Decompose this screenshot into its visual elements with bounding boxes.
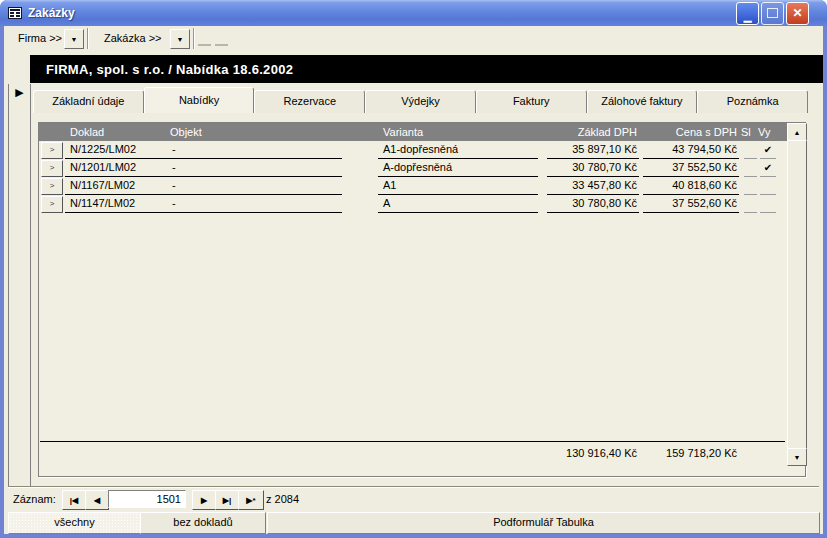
new-record-icon: ▶* <box>246 496 255 505</box>
checkbox-vy[interactable] <box>760 198 776 213</box>
toolbar-separator <box>193 28 195 49</box>
checkbox-sl[interactable] <box>744 180 757 195</box>
row-select-button[interactable]: > <box>41 196 63 213</box>
cell-zaklad-dph[interactable]: 33 457,80 Kč <box>547 177 639 195</box>
total-zaklad-dph: 130 916,40 Kč <box>547 445 639 462</box>
tab-poznamka[interactable]: Poznámka <box>697 90 808 113</box>
checkbox-sl[interactable] <box>744 198 757 213</box>
record-nav-label: Záznam: <box>13 493 56 505</box>
form-header-title: FIRMA, spol. s r.o. / Nabídka 18.6.2002 <box>46 62 293 77</box>
last-record-button[interactable]: ▶| <box>215 490 239 510</box>
record-count-label: z 2084 <box>266 493 299 505</box>
checkbox-vy[interactable]: ✔ <box>760 162 776 177</box>
firma-dropdown-button[interactable]: ▼ <box>64 29 84 49</box>
arrow-up-icon: ▲ <box>794 129 801 136</box>
scroll-down-button[interactable]: ▼ <box>787 448 807 466</box>
toolbar-separator <box>87 28 89 49</box>
cell-zaklad-dph[interactable]: 30 780,80 Kč <box>547 195 639 213</box>
zakazka-dropdown-button[interactable]: ▼ <box>170 29 190 49</box>
record-number-input[interactable] <box>108 490 186 508</box>
scrollbar-thumb[interactable] <box>787 140 807 449</box>
scroll-up-button[interactable]: ▲ <box>787 123 807 141</box>
cell-doklad[interactable]: N/1201/LM02 <box>65 159 168 177</box>
cell-varianta[interactable]: A-dopřesněná <box>378 159 538 177</box>
cell-zaklad-dph[interactable]: 35 897,10 Kč <box>547 141 639 159</box>
cell-cena-s-dph[interactable]: 37 552,60 Kč <box>643 195 739 213</box>
row-select-button[interactable]: > <box>41 178 63 195</box>
cell-cena-s-dph[interactable]: 40 818,60 Kč <box>643 177 739 195</box>
chevron-down-icon: ▼ <box>177 36 184 43</box>
chevron-down-icon: ▼ <box>71 36 78 43</box>
cell-doklad[interactable]: N/1147/LM02 <box>65 195 168 213</box>
checkbox-vy[interactable]: ✔ <box>760 144 776 159</box>
current-record-arrow-icon: ▶ <box>9 87 30 98</box>
form-header-band: FIRMA, spol. s r.o. / Nabídka 18.6.2002 <box>30 55 823 83</box>
title-bar[interactable]: Zakázky ▁ ✕ <box>0 0 827 26</box>
total-cena-s-dph: 159 718,20 Kč <box>643 445 739 462</box>
minimize-button[interactable]: ▁ <box>736 2 759 25</box>
first-record-icon: |◀ <box>70 496 78 505</box>
firma-button[interactable]: Firma >> <box>10 28 70 48</box>
checkbox-sl[interactable] <box>744 144 757 159</box>
table-row: > N/1167/LM02 - A1 33 457,80 Kč 40 818,6… <box>39 177 787 195</box>
cell-cena-s-dph[interactable]: 37 552,50 Kč <box>643 159 739 177</box>
table-header-row: Doklad Objekt Varianta Základ DPH Cena s… <box>39 123 787 141</box>
filter-all-button[interactable]: všechny <box>8 512 141 534</box>
tab-nabidky[interactable]: Nabídky <box>144 87 255 113</box>
application-window: Zakázky ▁ ✕ Firma >> ▼ Zakázka >> ▼ FIRM… <box>0 0 827 538</box>
cell-varianta[interactable]: A1-dopřesněná <box>378 141 538 159</box>
new-record-button[interactable]: ▶* <box>238 490 264 510</box>
next-record-icon: ▶ <box>201 496 207 505</box>
column-header-varianta: Varianta <box>383 123 423 141</box>
cell-objekt[interactable]: - <box>167 195 342 213</box>
checkbox-vy[interactable] <box>760 180 776 195</box>
cell-objekt[interactable]: - <box>167 159 342 177</box>
cell-doklad[interactable]: N/1225/LM02 <box>65 141 168 159</box>
tab-vydejky[interactable]: Výdejky <box>365 90 476 113</box>
cell-doklad[interactable]: N/1167/LM02 <box>65 177 168 195</box>
column-header-objekt: Objekt <box>170 123 202 141</box>
tab-zakladni-udaje[interactable]: Základní údaje <box>33 90 144 113</box>
subform-table: Doklad Objekt Varianta Základ DPH Cena s… <box>38 122 806 477</box>
toolbar-dash <box>215 44 228 46</box>
cell-cena-s-dph[interactable]: 43 794,50 Kč <box>643 141 739 159</box>
previous-record-button[interactable]: ◀ <box>85 490 109 510</box>
row-select-button[interactable]: > <box>41 142 63 159</box>
row-select-button[interactable]: > <box>41 160 63 177</box>
next-record-button[interactable]: ▶ <box>192 490 216 510</box>
cell-objekt[interactable]: - <box>167 177 342 195</box>
tab-zalohove-faktury[interactable]: Zálohové faktury <box>587 90 698 113</box>
record-selector-strip[interactable]: ▶ <box>8 84 31 486</box>
close-button[interactable]: ✕ <box>786 2 809 25</box>
zakazka-button[interactable]: Zakázka >> <box>96 28 169 48</box>
table-row: > N/1201/LM02 - A-dopřesněná 30 780,70 K… <box>39 159 787 177</box>
first-record-button[interactable]: |◀ <box>62 490 86 510</box>
maximize-icon <box>767 8 778 18</box>
arrow-down-icon: ▼ <box>794 454 801 461</box>
table-row: > N/1147/LM02 - A 30 780,80 Kč 37 552,60… <box>39 195 787 213</box>
column-header-doklad: Doklad <box>70 123 104 141</box>
cell-varianta[interactable]: A <box>378 195 538 213</box>
last-record-icon: ▶| <box>223 496 231 505</box>
cell-objekt[interactable]: - <box>167 141 342 159</box>
close-icon: ✕ <box>792 6 802 20</box>
checkbox-sl[interactable] <box>744 162 757 177</box>
vertical-scrollbar[interactable]: ▲ ▼ <box>787 123 805 464</box>
filter-no-documents-button[interactable]: bez dokladů <box>140 512 266 534</box>
form-icon <box>7 5 23 21</box>
tab-bar: Základní údaje Nabídky Rezervace Výdejky… <box>33 87 808 112</box>
previous-record-icon: ◀ <box>94 496 100 505</box>
toolbar-dash <box>198 44 211 46</box>
maximize-button[interactable] <box>761 2 784 25</box>
footer-separator <box>8 486 819 487</box>
tab-faktury[interactable]: Faktury <box>476 90 587 113</box>
subform-tabulka-button[interactable]: Podformulář Tabulka <box>267 512 820 534</box>
totals-separator-line <box>40 441 785 442</box>
minimize-icon: ▁ <box>744 11 752 22</box>
cell-varianta[interactable]: A1 <box>378 177 538 195</box>
cell-zaklad-dph[interactable]: 30 780,70 Kč <box>547 159 639 177</box>
tab-rezervace[interactable]: Rezervace <box>254 90 365 113</box>
window-title: Zakázky <box>28 6 75 20</box>
column-header-sl: Sl <box>741 123 751 141</box>
column-header-zaklad-dph: Základ DPH <box>547 123 637 141</box>
